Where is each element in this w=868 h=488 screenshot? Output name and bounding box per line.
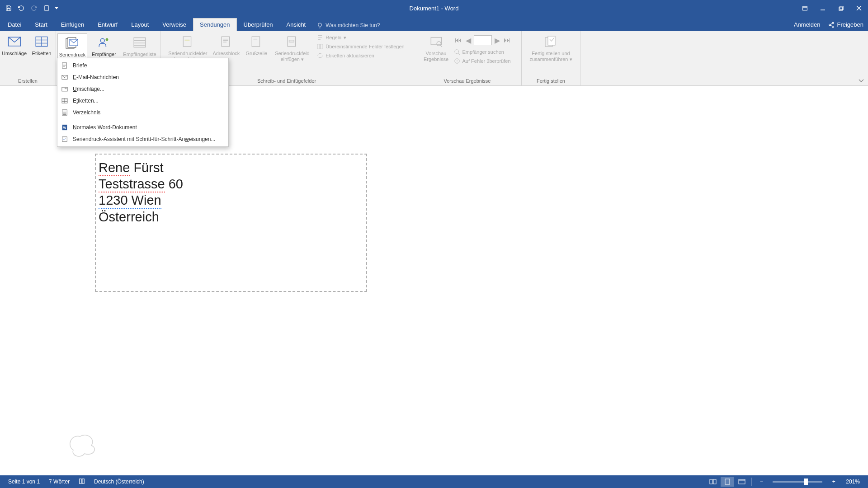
menu-briefe[interactable]: Briefe [57, 60, 228, 71]
doc-line-1[interactable]: Rene Fürst [99, 160, 363, 176]
check-icon [454, 58, 460, 64]
page-indicator[interactable]: Seite 1 von 1 [4, 479, 44, 485]
text-frame[interactable]: Rene Fürst Teststrasse 60 1230 Wien Öste… [95, 154, 367, 292]
preview-icon [429, 34, 443, 49]
prev-record-button: ◀ [464, 35, 473, 45]
greeting-icon [249, 34, 264, 49]
first-record-button: ⏮ [454, 35, 463, 45]
doc-line-4[interactable]: Österreich [99, 209, 363, 225]
svg-rect-35 [288, 37, 296, 47]
zoom-level[interactable]: 201% [841, 479, 864, 485]
svg-rect-70 [713, 479, 716, 484]
zoom-slider-thumb[interactable] [804, 479, 808, 485]
svg-rect-27 [184, 37, 191, 47]
qat-customize-button[interactable] [53, 2, 60, 14]
menu-etiketten[interactable]: Etiketten... [57, 95, 228, 107]
tab-einfuegen[interactable]: Einfügen [54, 18, 91, 31]
svg-rect-49 [62, 63, 67, 68]
ribbon-options-button[interactable] [796, 0, 814, 16]
doc-line-3[interactable]: 1230 Wien [99, 192, 363, 209]
word-count[interactable]: 7 Wörter [44, 479, 74, 485]
vorschau-button: Vorschau Ergebnisse [421, 33, 451, 64]
menu-email[interactable]: E-Mail-Nachrichten [57, 71, 228, 83]
refresh-icon [317, 52, 323, 59]
tab-ansicht[interactable]: Ansicht [280, 18, 313, 31]
zoom-out-button[interactable]: − [755, 477, 768, 487]
web-layout-button[interactable] [735, 477, 749, 487]
menu-separator [59, 120, 226, 120]
svg-rect-38 [321, 44, 323, 49]
group-vorschau: Vorschau Ergebnisse ⏮ ◀ ▶ ⏭ Empfänger su… [413, 31, 522, 85]
svg-rect-36 [289, 40, 294, 42]
read-mode-button[interactable] [706, 477, 720, 487]
menu-normales-dokument[interactable]: W Normales Word-Dokument [57, 122, 228, 133]
record-nav: ⏮ ◀ ▶ ⏭ [452, 33, 514, 47]
tab-datei[interactable]: Datei [1, 18, 28, 31]
touch-mode-button[interactable] [41, 2, 52, 14]
tell-me-search[interactable]: Was möchten Sie tun? [312, 20, 384, 31]
svg-rect-29 [222, 37, 230, 47]
letter-icon [61, 62, 68, 69]
minimize-button[interactable] [814, 0, 832, 16]
etiketten-button[interactable]: Etiketten [28, 33, 55, 58]
svg-rect-33 [252, 37, 260, 47]
word-doc-icon: W [61, 124, 68, 131]
proofing-button[interactable] [74, 478, 90, 486]
collapse-ribbon-button[interactable] [857, 77, 865, 83]
doc-line-2[interactable]: Teststrasse 60 [99, 176, 363, 192]
addressblock-icon [219, 34, 233, 49]
title-bar: Dokument1 - Word [0, 0, 868, 16]
tab-verweise[interactable]: Verweise [156, 18, 193, 31]
rules-icon [317, 34, 323, 41]
grusszeile-button: Grußzeile [243, 33, 270, 58]
highlight-fields-icon [180, 34, 195, 49]
labels-small-icon [61, 97, 68, 104]
labels-icon [34, 34, 49, 49]
match-icon [317, 43, 323, 50]
svg-rect-39 [431, 38, 441, 45]
tab-layout[interactable]: Layout [124, 18, 156, 31]
ribbon-tabs: Datei Start Einfügen Entwurf Layout Verw… [0, 16, 868, 31]
close-button[interactable] [850, 0, 868, 16]
share-button[interactable]: Freigeben [828, 21, 863, 28]
finish-merge-icon [544, 34, 558, 49]
svg-point-46 [457, 62, 457, 62]
directory-icon [61, 109, 68, 116]
maximize-button[interactable] [832, 0, 850, 16]
group-erstellen: Umschläge Etiketten Erstellen [0, 31, 56, 85]
window-controls [796, 0, 868, 16]
signin-link[interactable]: Anmelden [794, 21, 821, 28]
redo-button[interactable] [28, 2, 40, 14]
search-icon [454, 49, 460, 55]
tab-start[interactable]: Start [28, 18, 54, 31]
svg-rect-28 [185, 40, 190, 41]
window-title: Dokument1 - Word [410, 5, 459, 12]
envelope-icon [7, 34, 22, 49]
tab-entwurf[interactable]: Entwurf [91, 18, 124, 31]
next-record-button: ▶ [493, 35, 502, 45]
undo-button[interactable] [15, 2, 27, 14]
svg-point-22 [106, 38, 108, 40]
svg-rect-5 [840, 6, 843, 9]
umschlaege-button[interactable]: Umschläge [1, 33, 28, 58]
zoom-in-button[interactable]: + [827, 477, 840, 487]
print-layout-button[interactable] [721, 477, 734, 487]
recipients-icon [97, 35, 111, 50]
group-label-vorschau: Vorschau Ergebnisse [414, 77, 520, 85]
svg-point-42 [454, 50, 458, 54]
tab-ueberpruefen[interactable]: Überprüfen [237, 18, 280, 31]
menu-verzeichnis[interactable]: Verzeichnis [57, 107, 228, 118]
save-button[interactable] [3, 2, 14, 14]
language-indicator[interactable]: Deutsch (Österreich) [90, 479, 149, 485]
zoom-slider[interactable] [773, 481, 822, 483]
last-record-button: ⏭ [503, 35, 512, 45]
svg-rect-1 [802, 6, 807, 10]
tab-sendungen[interactable]: Sendungen [193, 18, 237, 31]
menu-assistent[interactable]: Seriendruck-Assistent mit Schritt-für-Sc… [57, 133, 228, 145]
feld-einfuegen-button: Seriendruckfeld einfügen ▾ [271, 33, 313, 64]
find-recipient-button: Empfänger suchen [452, 48, 514, 56]
fertig-stellen-button: Fertig stellen und zusammenführen ▾ [524, 33, 578, 64]
menu-umschlaege[interactable]: Umschläge... [57, 83, 228, 95]
edit-list-icon [132, 35, 147, 50]
share-icon [828, 22, 835, 28]
